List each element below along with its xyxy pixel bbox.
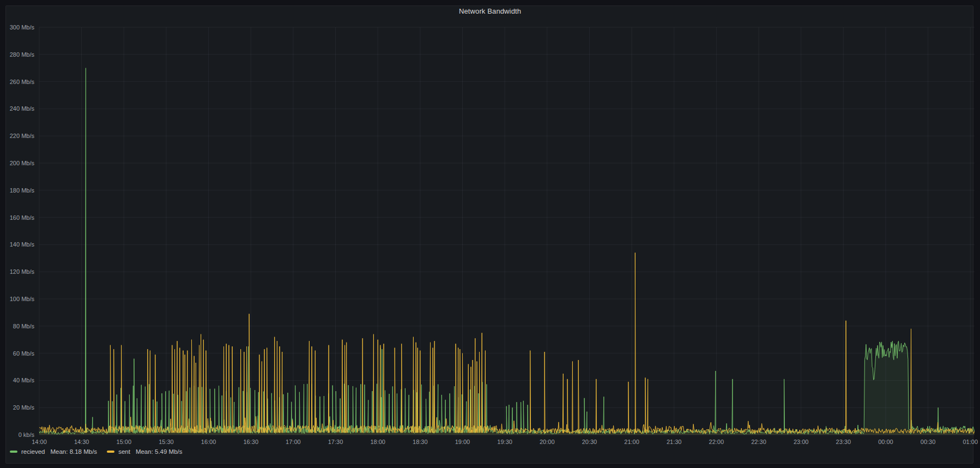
x-tick-label: 17:00 [286, 439, 301, 445]
legend-label-received: recieved [21, 448, 45, 455]
x-tick-label: 20:00 [540, 439, 555, 445]
x-tick-label: 00:00 [878, 439, 893, 445]
series-paths [39, 68, 975, 435]
x-tick-label: 18:00 [370, 439, 385, 445]
y-tick-label: 300 Mb/s [10, 24, 35, 31]
sent-series-color-swatch [107, 451, 114, 453]
y-axis-labels: 0 kb/s20 Mb/s40 Mb/s60 Mb/s80 Mb/s100 Mb… [10, 24, 35, 438]
x-tick-label: 21:00 [624, 439, 639, 445]
y-tick-label: 100 Mb/s [10, 296, 35, 302]
legend-mean-sent: Mean: 5.49 Mb/s [136, 448, 183, 455]
y-tick-label: 200 Mb/s [10, 160, 35, 166]
x-tick-label: 18:30 [413, 439, 428, 445]
x-tick-label: 15:00 [117, 439, 132, 445]
y-tick-label: 0 kb/s [19, 431, 35, 438]
x-axis-labels: 14:0014:3015:0015:3016:0016:3017:0017:30… [32, 439, 978, 445]
x-tick-label: 14:00 [32, 439, 47, 445]
series-line-sent [39, 253, 975, 434]
x-tick-label: 21:30 [667, 439, 682, 445]
bandwidth-chart[interactable]: 0 kb/s20 Mb/s40 Mb/s60 Mb/s80 Mb/s100 Mb… [0, 0, 980, 468]
legend-mean-received: Mean: 8.18 Mb/s [50, 448, 97, 455]
x-tick-label: 19:00 [455, 439, 470, 445]
legend: recieved Mean: 8.18 Mb/s sent Mean: 5.49… [10, 448, 183, 455]
y-tick-label: 140 Mb/s [10, 241, 35, 248]
y-tick-label: 280 Mb/s [10, 51, 35, 58]
y-tick-label: 160 Mb/s [10, 214, 35, 221]
x-tick-label: 15:30 [159, 439, 174, 445]
x-tick-label: 22:30 [751, 439, 766, 445]
x-tick-label: 19:30 [497, 439, 512, 445]
received-series-color-swatch [10, 451, 17, 453]
y-tick-label: 120 Mb/s [10, 268, 35, 275]
x-tick-label: 01:00 [963, 439, 978, 445]
y-tick-label: 40 Mb/s [13, 377, 35, 383]
legend-item-sent[interactable]: sent Mean: 5.49 Mb/s [107, 448, 182, 455]
y-tick-label: 180 Mb/s [10, 187, 35, 194]
x-tick-label: 17:30 [328, 439, 343, 445]
x-tick-label: 16:30 [243, 439, 258, 445]
x-tick-label: 20:30 [582, 439, 597, 445]
y-tick-label: 240 Mb/s [10, 105, 35, 112]
x-tick-label: 14:30 [74, 439, 89, 445]
x-tick-label: 23:00 [794, 439, 809, 445]
x-tick-label: 00:30 [921, 439, 936, 445]
y-tick-label: 80 Mb/s [13, 323, 35, 329]
y-tick-label: 20 Mb/s [13, 404, 35, 411]
x-tick-label: 23:30 [836, 439, 851, 445]
y-tick-label: 260 Mb/s [10, 79, 35, 85]
y-tick-label: 220 Mb/s [10, 133, 35, 139]
y-tick-label: 60 Mb/s [13, 350, 35, 357]
legend-item-received[interactable]: recieved Mean: 8.18 Mb/s [10, 448, 97, 455]
legend-label-sent: sent [118, 448, 130, 455]
x-tick-label: 16:00 [201, 439, 216, 445]
x-tick-label: 22:00 [709, 439, 724, 445]
panel-title[interactable]: Network Bandwidth [0, 7, 980, 15]
